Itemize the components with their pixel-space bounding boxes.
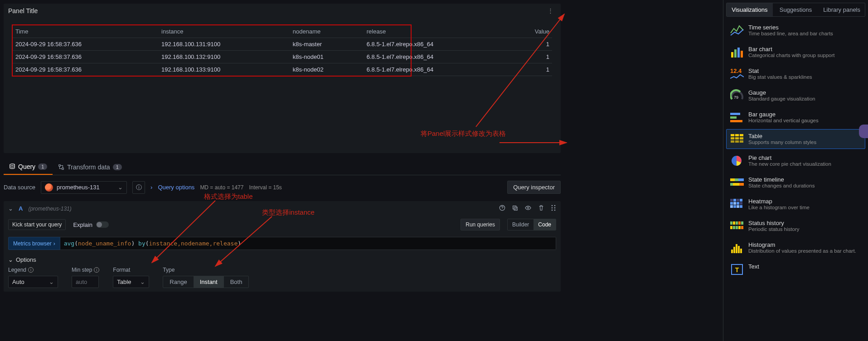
annotation-text-2: 格式选择为table xyxy=(204,192,253,201)
bar-gauge-icon xyxy=(730,111,744,124)
pie-chart-icon xyxy=(730,154,744,167)
info-icon: ⓘ xyxy=(136,183,142,192)
database-icon xyxy=(9,163,15,170)
svg-rect-59 xyxy=(733,247,735,253)
run-queries-button[interactable]: Run queries xyxy=(461,219,500,231)
query-inspector-button[interactable]: Query inspector xyxy=(507,181,561,194)
format-select[interactable]: Table⌄ xyxy=(113,276,149,288)
expand-query-options[interactable]: › xyxy=(150,184,152,191)
datasource-selected: prometheus-131 xyxy=(57,184,100,191)
svg-rect-40 xyxy=(730,202,733,205)
svg-rect-53 xyxy=(730,226,732,229)
query-options-link[interactable]: Query options xyxy=(158,184,194,191)
minstep-input[interactable]: auto xyxy=(72,276,99,288)
svg-rect-39 xyxy=(740,199,742,202)
tab-query-label: Query xyxy=(18,163,35,170)
svg-rect-26 xyxy=(731,140,743,143)
tab-transform[interactable]: Transform data 1 xyxy=(53,159,127,175)
legend-label: Legend xyxy=(8,267,26,273)
col-value[interactable]: Value xyxy=(511,25,552,38)
transform-icon xyxy=(58,164,64,170)
query-duplicate-button[interactable] xyxy=(512,205,518,212)
svg-text:T: T xyxy=(735,266,739,274)
svg-rect-18 xyxy=(734,49,737,58)
tab-transform-badge: 1 xyxy=(113,164,122,170)
type-range[interactable]: Range xyxy=(163,276,193,288)
explain-toggle[interactable] xyxy=(96,221,109,228)
svg-rect-20 xyxy=(741,51,743,58)
viz-stat[interactable]: 12.4 StatBig stat values & sparklines xyxy=(726,64,865,84)
viz-time-series[interactable]: Time seriesTime based line, area and bar… xyxy=(726,20,865,40)
svg-rect-61 xyxy=(738,246,740,253)
tab-query[interactable]: Query 1 xyxy=(4,159,53,175)
heatmap-icon xyxy=(730,198,744,211)
datasource-select[interactable]: prometheus-131 ⌄ xyxy=(41,181,127,194)
svg-rect-31 xyxy=(735,178,738,181)
stat-icon: 12.4 xyxy=(730,67,744,80)
svg-rect-58 xyxy=(731,250,733,253)
info-icon[interactable]: i xyxy=(28,267,34,273)
query-source: (prometheus-131) xyxy=(28,206,71,212)
svg-rect-42 xyxy=(737,202,739,205)
query-collapse-toggle[interactable]: ⌄ xyxy=(8,205,13,212)
viz-gauge[interactable]: 79 GaugeStandard gauge visualization xyxy=(726,86,865,106)
visualization-panel: Visualizations Suggestions Library panel… xyxy=(723,0,868,341)
svg-rect-48 xyxy=(730,221,732,225)
svg-rect-33 xyxy=(730,183,733,186)
svg-rect-46 xyxy=(737,205,739,208)
info-icon[interactable]: i xyxy=(94,267,99,273)
svg-rect-30 xyxy=(730,178,735,181)
side-tab-library[interactable]: Library panels xyxy=(819,3,865,16)
panel-title: Panel Title xyxy=(8,7,38,14)
viz-pie-chart[interactable]: Pie chartThe new core pie chart visualiz… xyxy=(726,151,865,171)
viz-table[interactable]: TableSupports many column styles xyxy=(726,129,865,149)
datasource-settings-button[interactable]: ⓘ xyxy=(132,181,145,194)
side-tabs: Visualizations Suggestions Library panel… xyxy=(726,3,865,17)
panel-menu-button[interactable]: ⋮ xyxy=(545,6,556,15)
query-delete-button[interactable] xyxy=(538,205,544,212)
svg-rect-34 xyxy=(733,183,739,186)
query-letter[interactable]: A xyxy=(19,205,23,212)
table-icon xyxy=(730,133,744,145)
viz-heatmap[interactable]: HeatmapLike a histogram over time xyxy=(726,194,865,214)
viz-bar-chart[interactable]: Bar chartCategorical charts with group s… xyxy=(726,42,865,62)
time-series-icon xyxy=(730,24,744,37)
legend-select[interactable]: Auto⌄ xyxy=(8,276,58,288)
query-drag-handle[interactable] xyxy=(551,205,556,212)
svg-rect-57 xyxy=(741,226,743,229)
side-tab-suggestions[interactable]: Suggestions xyxy=(773,3,819,16)
query-toggle-visibility-button[interactable] xyxy=(524,205,532,212)
floating-side-badge[interactable] xyxy=(859,125,868,138)
viz-status-history[interactable]: Status historyPeriodic status history xyxy=(726,216,865,236)
svg-rect-4 xyxy=(62,168,64,170)
panel: Panel Title ⋮ Time instance nodename rel… xyxy=(4,4,561,153)
editor-mode-toggle: Builder Code xyxy=(507,219,556,231)
chevron-down-icon: ⌄ xyxy=(8,256,13,263)
type-both[interactable]: Both xyxy=(224,276,249,288)
svg-point-11 xyxy=(552,205,553,207)
query-expression-input[interactable]: avg(node_uname_info) by(instance,nodenam… xyxy=(60,237,556,250)
svg-rect-50 xyxy=(736,221,738,225)
chevron-down-icon: ⌄ xyxy=(140,279,145,285)
side-tab-visualizations[interactable]: Visualizations xyxy=(727,3,773,16)
chevron-down-icon: ⌄ xyxy=(49,279,54,285)
query-help-button[interactable] xyxy=(499,205,505,212)
viz-state-timeline[interactable]: State timelineState changes and duration… xyxy=(726,173,865,192)
options-toggle[interactable]: ⌄ Options xyxy=(8,256,556,263)
mode-builder[interactable]: Builder xyxy=(508,219,533,230)
datasource-label: Data source xyxy=(4,184,35,191)
type-instant[interactable]: Instant xyxy=(194,276,224,288)
svg-rect-32 xyxy=(738,178,744,181)
metrics-browser-button[interactable]: Metrics browser› xyxy=(8,237,60,250)
annotation-text-3: 类型选择instance xyxy=(262,208,315,217)
bar-chart-icon xyxy=(730,46,744,58)
viz-bar-gauge[interactable]: Bar gaugeHorizontal and vertical gauges xyxy=(726,107,865,127)
minstep-label: Min step xyxy=(72,267,92,273)
viz-text[interactable]: T Text xyxy=(726,259,865,279)
kick-start-button[interactable]: Kick start your query xyxy=(8,219,66,230)
svg-rect-41 xyxy=(733,202,736,205)
mode-code[interactable]: Code xyxy=(533,219,556,230)
viz-histogram[interactable]: HistogramDistribution of values presente… xyxy=(726,238,865,258)
prometheus-icon xyxy=(45,183,53,192)
chevron-right-icon: › xyxy=(53,240,55,247)
